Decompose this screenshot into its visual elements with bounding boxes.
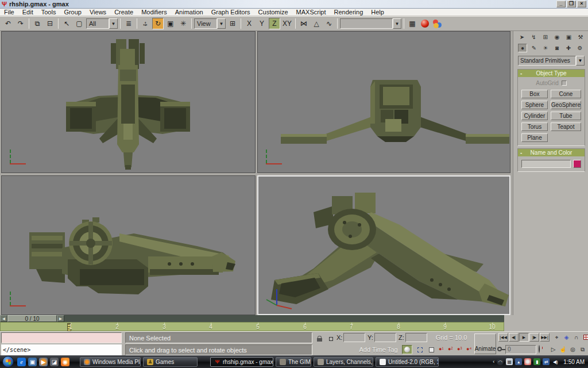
- redo-button[interactable]: ↷: [15, 18, 26, 29]
- network-tray-icon[interactable]: ⇄: [543, 358, 550, 365]
- x-coord-field[interactable]: [343, 333, 365, 342]
- reference-coordinate-system-dropdown[interactable]: View ▼: [194, 18, 226, 29]
- select-and-rotate-button[interactable]: ↻: [152, 18, 164, 29]
- task-games[interactable]: ♟ Games: [143, 357, 198, 367]
- internet-explorer-icon[interactable]: e: [17, 358, 26, 366]
- maxscript-listener-line[interactable]: </scene>: [1, 344, 122, 355]
- menu-item-rendering[interactable]: Rendering: [330, 9, 368, 16]
- select-and-scale-button[interactable]: ▣: [165, 18, 176, 29]
- name-color-rollout-header[interactable]: - Name and Color: [518, 149, 585, 156]
- quick-launch-app-icon[interactable]: ◪: [50, 358, 59, 366]
- next-frame-arrow[interactable]: ►: [57, 315, 64, 322]
- select-and-move-button[interactable]: ↔↕: [140, 18, 151, 29]
- absolute-offset-toggle-button[interactable]: [325, 333, 336, 344]
- select-by-name-button[interactable]: ≣: [123, 18, 134, 29]
- menu-item-create[interactable]: Create: [110, 9, 137, 16]
- cone-button[interactable]: Cone: [551, 90, 581, 98]
- snap-toggle-button[interactable]: △: [311, 18, 322, 29]
- geometry-category-button[interactable]: ●: [518, 44, 527, 52]
- viewport-perspective-active[interactable]: [257, 175, 510, 315]
- object-type-rollout-header[interactable]: - Object Type: [518, 70, 585, 77]
- menu-item-views[interactable]: Views: [86, 9, 110, 16]
- go-to-end-button[interactable]: ▶▶|: [540, 333, 550, 342]
- task-untitled-image[interactable]: Untitled-2.0 (RGB, 1 ...: [376, 357, 439, 367]
- chevron-down-icon[interactable]: ▼: [109, 18, 118, 29]
- selection-lock-button[interactable]: [314, 333, 325, 344]
- show-desktop-icon[interactable]: ▣: [28, 358, 37, 366]
- unlink-selection-button[interactable]: ⊟: [44, 18, 56, 29]
- taskbar-clock[interactable]: 1:50 AM: [563, 359, 585, 365]
- cameras-category-button[interactable]: ◙: [552, 44, 562, 52]
- ship-model-top-view[interactable]: [2, 32, 256, 173]
- ship-model-side-view[interactable]: [2, 176, 256, 315]
- volume-tray-icon[interactable]: ◀): [552, 358, 559, 365]
- display-tab[interactable]: ▣: [564, 33, 574, 41]
- region-zoom-button[interactable]: [582, 333, 588, 342]
- angle-snap-button[interactable]: ∿: [323, 18, 335, 29]
- menu-item-tools[interactable]: Tools: [37, 9, 60, 16]
- start-button[interactable]: [2, 356, 14, 367]
- steam-tray-icon[interactable]: ◠: [497, 358, 504, 365]
- task-windows-media-player[interactable]: Windows Media Pla...: [80, 357, 141, 367]
- motion-tab[interactable]: ◉: [552, 33, 562, 41]
- menu-item-graph-editors[interactable]: Graph Editors: [207, 9, 254, 16]
- chevron-down-icon[interactable]: ▼: [217, 18, 226, 29]
- arc-rotate-button[interactable]: ◎: [568, 345, 577, 354]
- picture-tray-icon[interactable]: ▦: [506, 358, 513, 365]
- media-player-icon[interactable]: ▶: [39, 358, 48, 366]
- teapot-button[interactable]: Teapot: [551, 122, 581, 131]
- menu-item-edit[interactable]: Edit: [18, 9, 37, 16]
- snap-percent-button[interactable]: ●³: [457, 346, 462, 352]
- task-layers-channels[interactable]: Layers, Channels, Pa...: [314, 357, 373, 367]
- hierarchy-tab[interactable]: ⊞: [540, 33, 551, 41]
- key-mode-toggle-button[interactable]: ●²: [448, 346, 452, 352]
- min-max-toggle-button[interactable]: ⧉: [578, 345, 587, 354]
- chevron-down-icon[interactable]: ▼: [576, 56, 585, 66]
- firefox-icon[interactable]: ◉: [61, 358, 69, 366]
- select-and-link-button[interactable]: ⧉: [32, 18, 43, 29]
- shapes-category-button[interactable]: ✎: [529, 44, 539, 52]
- tube-button[interactable]: Tube: [551, 112, 581, 120]
- task-gmax-active[interactable]: Ψ rhship.gmax - gmax: [210, 357, 273, 367]
- object-name-field[interactable]: [521, 160, 571, 168]
- wireframe-toggle-button[interactable]: [415, 345, 425, 354]
- modify-tab[interactable]: ↯: [528, 33, 539, 41]
- menu-item-file[interactable]: File: [0, 9, 18, 16]
- status-tray-icon[interactable]: ▮: [533, 358, 540, 365]
- helpers-category-button[interactable]: ✚: [564, 44, 573, 52]
- zoom-extents-button[interactable]: ◈: [562, 333, 571, 342]
- field-of-view-button[interactable]: ∩: [572, 333, 581, 342]
- chevron-down-icon[interactable]: ▼: [393, 18, 401, 29]
- current-frame-field[interactable]: 0: [505, 345, 536, 354]
- rectangular-selection-region-button[interactable]: ▢: [74, 18, 85, 29]
- menu-item-help[interactable]: Help: [367, 9, 388, 16]
- lights-category-button[interactable]: ☀: [541, 44, 550, 52]
- named-selection-sets-dropdown[interactable]: ▼: [340, 18, 401, 29]
- render-scene-button[interactable]: [432, 18, 443, 29]
- selection-filter-dropdown[interactable]: All ▼: [86, 18, 118, 29]
- z-coord-field[interactable]: [405, 333, 427, 342]
- red-app-tray-icon[interactable]: [524, 358, 531, 365]
- material-editor-button[interactable]: [419, 18, 431, 29]
- restrict-z-button[interactable]: Z: [269, 18, 280, 29]
- ship-model-front-view[interactable]: [258, 32, 510, 173]
- time-configuration-button[interactable]: [539, 346, 540, 352]
- track-view-button[interactable]: ▦: [407, 18, 418, 29]
- restore-button[interactable]: ❐: [567, 1, 576, 7]
- track-bar[interactable]: 1 2 3 4 5 6 7 8 9 10: [0, 322, 504, 331]
- autogrid-checkbox[interactable]: [562, 80, 567, 86]
- plane-button[interactable]: Plane: [521, 133, 548, 142]
- menu-item-maxscript[interactable]: MAXScript: [292, 9, 330, 16]
- zoom-button[interactable]: ⌖: [552, 333, 561, 342]
- undo-button[interactable]: ↶: [2, 18, 14, 29]
- systems-category-button[interactable]: ⚙: [575, 44, 585, 52]
- restrict-xy-plane-button[interactable]: XY: [281, 18, 293, 29]
- maxscript-mini-listener[interactable]: [1, 332, 122, 343]
- pan-view-button[interactable]: ☝: [559, 345, 567, 354]
- primitive-type-dropdown[interactable]: Standard Primitives ▼: [518, 56, 585, 66]
- menu-item-customize[interactable]: Customize: [254, 9, 292, 16]
- play-button[interactable]: ▶: [519, 333, 529, 342]
- create-tab[interactable]: ➤: [517, 33, 527, 41]
- object-color-swatch[interactable]: [573, 160, 581, 168]
- torus-button[interactable]: Torus: [521, 122, 548, 131]
